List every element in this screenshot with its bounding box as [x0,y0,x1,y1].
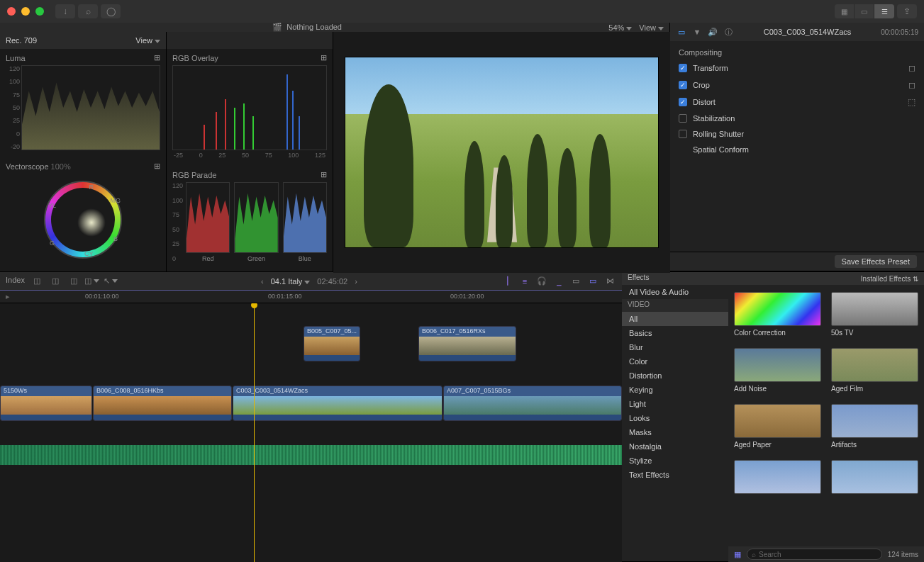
timeline-playhead[interactable] [254,303,255,562]
browser-toggle-button[interactable]: ▦ [835,4,855,18]
clip-label: C003_C003_0514WZacs [233,386,442,396]
effect-item[interactable]: Aged Paper [734,404,821,449]
effects-category-item[interactable]: Color [622,354,728,369]
window-titlebar: ↓ ⌕ ◯ ▦ ▭ ☰ ⇪ [0,0,924,23]
effects-category-item[interactable]: Stylize [622,454,728,468]
effect-name: Aged Film [831,385,918,393]
timeline-index-button[interactable]: Index [6,276,25,287]
effects-category-list: Effects All Video & Audio VIDEO AllBasic… [622,272,728,562]
timeline-ruler[interactable]: ▸ 00:01:10:0000:01:15:0000:01:20:00 [0,291,622,303]
effects-category-item[interactable]: Basics [622,326,728,340]
share-button[interactable]: ⇪ [897,4,917,18]
effects-grid-view-icon[interactable]: ▦ [734,550,741,559]
effects-category-item[interactable]: Looks [622,411,728,425]
rolling-shutter-row[interactable]: Rolling Shutter [670,126,924,142]
effects-category-item[interactable]: Blur [622,340,728,354]
rgb-overlay-settings-icon[interactable]: ⊞ [321,53,327,62]
crop-reset-icon[interactable]: ◻ [908,80,915,90]
background-tasks-button[interactable]: ◯ [101,4,121,18]
color-inspector-tab[interactable]: ▼ [691,26,703,38]
prev-edit-button[interactable]: ‹ [261,277,264,286]
effect-item[interactable]: Aged Film [831,348,918,393]
timeline-clip[interactable]: C003_C003_0514WZacs [233,386,442,421]
luma-settings-icon[interactable]: ⊞ [154,53,160,62]
import-button[interactable]: ↓ [55,4,75,18]
effects-category-item[interactable]: Light [622,397,728,411]
effect-item[interactable]: 50s TV [831,292,918,337]
skimming-button[interactable]: ⎮ [501,276,514,287]
effects-search-input[interactable]: ⌕ Search [747,549,882,560]
inspector-toggle-button[interactable]: ☰ [874,4,894,18]
effects-category-item[interactable]: Distortion [622,369,728,383]
snapping-button[interactable]: ⎯ [552,276,565,287]
spatial-conform-row[interactable]: Spatial Conform [670,142,924,157]
timeline-clip[interactable]: B005_C007_05... [304,326,360,361]
crop-checkbox[interactable] [679,81,687,89]
append-clip-button[interactable]: ◫ [67,276,80,287]
timeline-clip[interactable]: A007_C007_0515BGs [443,386,622,421]
stabilization-checkbox[interactable] [679,114,687,123]
distort-reset-icon[interactable]: ⬚ [908,97,915,107]
connect-clip-button[interactable]: ◫ [30,276,43,287]
transform-row[interactable]: Transform ◻ [670,60,924,77]
timeline-clip[interactable]: 5150Ws [0,386,92,421]
info-inspector-tab[interactable]: ⓘ [723,26,734,38]
scopes-colorspace-label: Rec. 709 [6,36,37,45]
transform-checkbox[interactable] [679,64,687,72]
effects-category-item[interactable]: Keying [622,383,728,397]
effects-category-item[interactable]: Masks [622,425,728,439]
transitions-browser-button[interactable]: ⋈ [603,276,616,287]
effect-item[interactable]: Add Noise [734,348,821,393]
audio-inspector-tab[interactable]: 🔊 [707,26,718,38]
keyword-button[interactable]: ⌕ [78,4,98,18]
rgb-parade-settings-icon[interactable]: ⊞ [321,170,327,179]
effects-browser: Installed Effects ⇅ Color Correction50s … [728,272,924,562]
effects-category-item[interactable]: Text Effects [622,468,728,482]
clip-label: A007_C007_0515BGs [444,386,621,396]
select-tool-dropdown[interactable]: ↖ [104,276,117,287]
audio-skimming-button[interactable]: ≡ [518,276,531,287]
effect-name: 50s TV [831,329,918,337]
installed-effects-dropdown[interactable]: Installed Effects ⇅ [861,275,918,283]
category-all-video-audio[interactable]: All Video & Audio [622,285,728,299]
effects-browser-button[interactable]: ▭ [586,276,599,287]
ruler-expand-icon[interactable]: ▸ [6,292,10,301]
inspector-header: ▭ ▼ 🔊 ⓘ C003_C003_0514WZacs 00:00:05:19 [670,23,924,41]
crop-row[interactable]: Crop ◻ [670,77,924,94]
effects-category-item[interactable]: All [622,312,728,326]
video-section-header: VIDEO [622,299,728,312]
timeline-clip[interactable]: B006_C017_0516RXs [418,326,516,361]
viewer-view-menu[interactable]: View [639,23,664,32]
maximize-window-button[interactable] [35,7,44,16]
timeline-tracks[interactable]: B005_C007_05...B006_C017_0516RXs 5150WsB… [0,303,622,562]
next-edit-button[interactable]: › [355,277,357,286]
rolling-shutter-checkbox[interactable] [679,130,687,138]
distort-row[interactable]: Distort ⬚ [670,94,924,111]
save-effects-preset-button[interactable]: Save Effects Preset [835,255,917,268]
vectorscope-settings-icon[interactable]: ⊞ [154,162,160,171]
video-inspector-tab[interactable]: ▭ [676,26,687,38]
timeline-project-name[interactable]: 04.1 Italy [271,277,311,286]
clapper-icon: 🎬 [272,23,282,32]
scopes-view-menu[interactable]: View [135,36,160,45]
close-window-button[interactable] [7,7,16,16]
timeline-toggle-button[interactable]: ▭ [855,4,874,18]
video-viewer[interactable] [333,32,670,273]
solo-button[interactable]: 🎧 [535,276,548,287]
effects-category-item[interactable]: Nostalgia [622,439,728,454]
overwrite-clip-button[interactable]: ◫ [86,276,99,287]
clip-appearance-button[interactable]: ▭ [569,276,582,287]
effect-item[interactable]: Artifacts [831,404,918,449]
timeline-clip[interactable]: B006_C008_0516HKbs [93,386,232,421]
effect-item[interactable] [734,460,821,497]
viewer-zoom-dropdown[interactable]: 54% [608,23,632,32]
distort-checkbox[interactable] [679,98,687,106]
effect-item[interactable] [831,460,918,497]
effect-item[interactable]: Color Correction [734,292,821,337]
audio-track[interactable] [0,445,622,465]
transform-reset-icon[interactable]: ◻ [908,63,915,73]
effect-thumbnail [734,404,821,438]
minimize-window-button[interactable] [21,7,30,16]
insert-clip-button[interactable]: ◫ [49,276,62,287]
stabilization-row[interactable]: Stabilization [670,111,924,126]
